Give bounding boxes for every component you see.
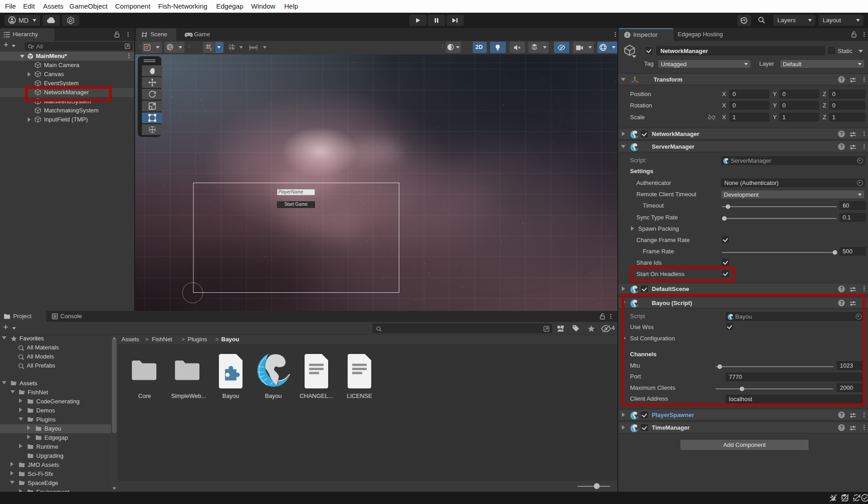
svg-text:Y: Y <box>209 47 212 51</box>
